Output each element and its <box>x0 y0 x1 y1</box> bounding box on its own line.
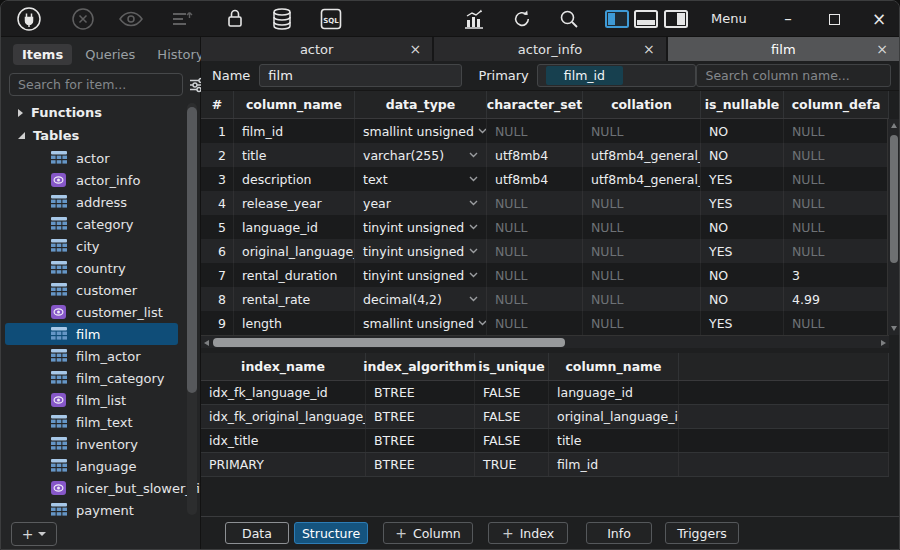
bottom-button-column[interactable]: + Column <box>383 522 473 544</box>
sidebar-item-actor[interactable]: actor <box>5 147 178 169</box>
sidebar-item-address[interactable]: address <box>5 191 178 213</box>
cell-index-name: idx_title <box>201 429 366 452</box>
index-row[interactable]: idx_fk_language_id BTREE FALSE language_… <box>201 381 889 405</box>
vertical-scrollbar[interactable] <box>887 119 899 335</box>
sidebar-scrollbar[interactable] <box>187 103 197 515</box>
cell-data-type-select[interactable]: text <box>355 167 487 191</box>
index-header-0: index_name <box>201 353 366 380</box>
sidebar-item-city[interactable]: city <box>5 235 178 257</box>
column-row[interactable]: 1 film_id smallint unsigned NULL NULL NO… <box>201 119 889 143</box>
column-row[interactable]: 7 rental_duration tinyint unsigned NULL … <box>201 263 889 287</box>
lock-icon[interactable] <box>220 4 250 34</box>
layout-bottom-icon[interactable] <box>631 4 661 34</box>
sidebar-item-film_category[interactable]: film_category <box>5 367 178 389</box>
sidebar-item-actor_info[interactable]: actor_info <box>5 169 178 191</box>
close-button[interactable]: × <box>862 1 896 37</box>
sidebar-item-customer[interactable]: customer <box>5 279 178 301</box>
column-row[interactable]: 5 language_id tinyint unsigned NULL NULL… <box>201 215 889 239</box>
cell-data-type-select[interactable]: tinyint unsigned <box>355 239 487 263</box>
cell-data-type-select[interactable]: tinyint unsigned <box>355 263 487 287</box>
minimize-button[interactable]: – <box>771 1 805 37</box>
cell-is-unique: FALSE <box>475 429 549 452</box>
index-row[interactable]: PRIMARY BTREE TRUE film_id <box>201 453 889 477</box>
sidebar-scrollbar-thumb[interactable] <box>187 107 197 393</box>
layout-right-icon[interactable] <box>661 4 691 34</box>
sidebar-tab-queries[interactable]: Queries <box>76 44 144 65</box>
sidebar-item-inventory[interactable]: inventory <box>5 433 178 455</box>
close-icon[interactable]: × <box>643 41 655 57</box>
primary-key-select[interactable]: film_id <box>537 64 697 87</box>
cell-index-column: original_language_id <box>549 405 679 428</box>
chevron-expanded-icon <box>18 132 25 139</box>
view-icon <box>51 173 67 187</box>
schema-tree: Functions Tables actor actor_info addres… <box>1 101 200 519</box>
cell-collation: NULL <box>583 215 701 239</box>
row-number: 4 <box>201 191 234 215</box>
sidebar-item-language[interactable]: language <box>5 455 178 477</box>
chevron-down-icon <box>478 128 487 134</box>
cell-data-type-select[interactable]: smallint unsigned <box>355 119 487 143</box>
column-row[interactable]: 9 length smallint unsigned NULL NULL YES… <box>201 311 889 335</box>
column-search-input[interactable] <box>696 64 891 87</box>
column-row[interactable]: 2 title varchar(255) utf8mb4 utf8mb4_gen… <box>201 143 889 167</box>
cell-data-type-select[interactable]: smallint unsigned <box>355 311 487 335</box>
add-item-button[interactable]: + <box>11 522 57 546</box>
document-tab-actor_info[interactable]: actor_info × <box>434 37 665 61</box>
bottom-button-data[interactable]: Data <box>225 522 289 544</box>
scroll-up-icon[interactable] <box>891 123 897 128</box>
index-row[interactable]: idx_title BTREE FALSE title <box>201 429 889 453</box>
stats-icon[interactable] <box>459 4 489 34</box>
sql-editor-icon[interactable]: SQL <box>316 4 346 34</box>
database-icon[interactable] <box>267 4 297 34</box>
search-icon[interactable] <box>554 4 584 34</box>
sidebar-item-nicer_but_slower_fil[interactable]: nicer_but_slower_fil <box>5 477 178 499</box>
watch-eye-icon[interactable] <box>116 4 146 34</box>
scroll-down-icon[interactable] <box>891 326 897 331</box>
cell-data-type-select[interactable]: year <box>355 191 487 215</box>
cell-data-type-select[interactable]: tinyint unsigned <box>355 215 487 239</box>
sidebar-item-film_actor[interactable]: film_actor <box>5 345 178 367</box>
sidebar-item-film_text[interactable]: film_text <box>5 411 178 433</box>
scroll-left-icon[interactable] <box>204 340 209 346</box>
column-row[interactable]: 3 description text utf8mb4 utf8mb4_gener… <box>201 167 889 191</box>
primary-key-chip[interactable]: film_id <box>546 66 623 85</box>
index-row[interactable]: idx_fk_original_language_id BTREE FALSE … <box>201 405 889 429</box>
bottom-button-index[interactable]: + Index <box>488 522 568 544</box>
document-tab-actor[interactable]: actor × <box>201 37 432 61</box>
sidebar-search-input[interactable] <box>9 73 183 96</box>
tree-section-tables[interactable]: Tables <box>1 124 200 147</box>
sidebar-item-film_list[interactable]: film_list <box>5 389 178 411</box>
refresh-icon[interactable] <box>507 4 537 34</box>
bottom-button-structure[interactable]: Structure <box>294 522 368 544</box>
sidebar-item-category[interactable]: category <box>5 213 178 235</box>
cell-data-type-select[interactable]: varchar(255) <box>355 143 487 167</box>
log-icon[interactable] <box>167 4 197 34</box>
maximize-button[interactable] <box>817 1 851 37</box>
tree-section-functions[interactable]: Functions <box>1 101 200 124</box>
sidebar-item-customer_list[interactable]: customer_list <box>5 301 178 323</box>
sidebar-item-film[interactable]: film <box>5 323 178 345</box>
disconnect-icon[interactable] <box>68 4 98 34</box>
column-row[interactable]: 8 rental_rate decimal(4,2) NULL NULL NO … <box>201 287 889 311</box>
layout-left-icon[interactable] <box>602 4 632 34</box>
column-row[interactable]: 4 release_year year NULL NULL YES NULL <box>201 191 889 215</box>
row-number: 8 <box>201 287 234 311</box>
sidebar-tab-items[interactable]: Items <box>13 44 72 65</box>
close-icon[interactable]: × <box>410 41 422 57</box>
bottom-button-info[interactable]: Info <box>586 522 652 544</box>
column-row[interactable]: 6 original_language_id tinyint unsigned … <box>201 239 889 263</box>
horizontal-scrollbar-thumb[interactable] <box>213 338 565 347</box>
menu-button[interactable]: Menu <box>711 1 747 37</box>
sidebar-item-payment[interactable]: payment <box>5 499 178 519</box>
connect-icon[interactable] <box>14 4 44 34</box>
scroll-right-icon[interactable] <box>881 340 886 346</box>
table-name-input[interactable] <box>259 64 461 87</box>
horizontal-scrollbar[interactable] <box>201 335 889 348</box>
table-icon <box>51 217 67 231</box>
sidebar-item-country[interactable]: country <box>5 257 178 279</box>
cell-data-type-select[interactable]: decimal(4,2) <box>355 287 487 311</box>
bottom-button-triggers[interactable]: Triggers <box>665 522 739 544</box>
close-icon[interactable]: × <box>876 41 888 57</box>
document-tab-film[interactable]: film × <box>668 37 899 61</box>
vertical-scrollbar-thumb[interactable] <box>890 135 898 263</box>
